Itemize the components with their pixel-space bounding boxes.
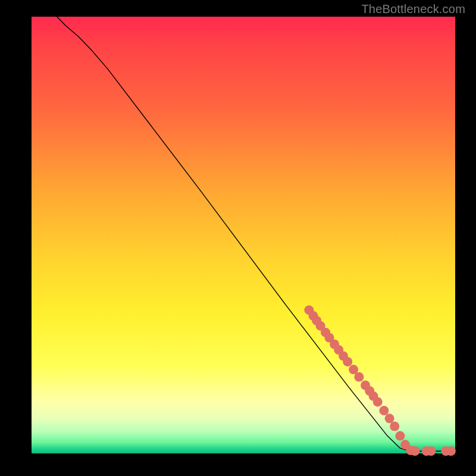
plot-overlay — [32, 17, 455, 453]
attribution-text: TheBottleneck.com — [361, 2, 465, 16]
data-marker — [395, 431, 405, 441]
marker-group — [304, 305, 456, 456]
data-marker — [410, 446, 419, 456]
data-marker — [426, 446, 436, 456]
data-marker — [446, 446, 456, 456]
data-marker — [385, 414, 394, 423]
data-marker — [343, 357, 352, 367]
data-marker — [390, 422, 399, 431]
main-curve — [57, 17, 455, 451]
data-marker — [379, 406, 389, 415]
data-marker — [354, 372, 364, 382]
chart-container: TheBottleneck.com — [0, 0, 476, 476]
data-marker — [373, 397, 383, 406]
